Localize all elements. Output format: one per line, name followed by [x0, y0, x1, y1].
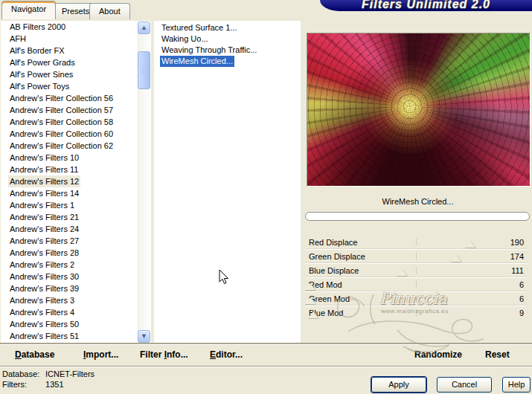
slider-thumb[interactable] [397, 269, 407, 276]
filter-item[interactable]: Waking Uo... [154, 33, 301, 45]
collection-item[interactable]: Andrew's Filter Collection 58 [1, 116, 151, 128]
slider-value: 9 [519, 306, 524, 320]
collection-item[interactable]: Alf's Power Toys [1, 80, 151, 92]
database-value: ICNET-Filters [45, 369, 94, 378]
collection-item[interactable]: Andrew's Filter Collection 60 [1, 128, 151, 140]
collection-item[interactable]: Andrew's Filter Collection 56 [1, 92, 151, 104]
collection-item[interactable]: Andrew's Filters 14 [1, 187, 151, 199]
slider-label: Blue Displace [309, 264, 359, 277]
slider-label: Red Displace [309, 236, 357, 249]
filter-info-button[interactable]: Filter Info... [140, 349, 188, 360]
collection-item[interactable]: Andrew's Filters 28 [1, 247, 151, 259]
mouse-cursor-icon [219, 269, 229, 285]
collection-item[interactable]: Andrew's Filters 3 [1, 294, 151, 306]
cancel-button[interactable]: Cancel [437, 377, 492, 393]
collection-list[interactable]: AB Filters 2000 AFH Alf's Border FX Alf'… [1, 21, 151, 343]
progress-bar [305, 212, 530, 221]
slider-value: 6 [519, 292, 524, 306]
slider-thumb[interactable] [305, 297, 315, 304]
filters-count: 1351 [45, 380, 63, 389]
collection-item[interactable]: Andrew's Filters 4 [1, 306, 151, 318]
help-button[interactable]: Help [502, 377, 531, 393]
collection-item[interactable]: Andrew's Filters 51 [1, 330, 151, 342]
apply-button[interactable]: Apply [371, 377, 426, 393]
collection-item[interactable]: Andrew's Filters 2 [1, 259, 151, 271]
collection-item[interactable]: Andrew's Filter Collection 57 [1, 104, 151, 116]
scrollbar-thumb[interactable] [138, 51, 150, 89]
collection-scrollbar[interactable]: ▲ ▼ [138, 22, 150, 343]
slider-green-mod[interactable]: Green Mod 6 [305, 291, 527, 306]
collection-item[interactable]: AB Filters 2000 [1, 21, 151, 33]
filters-unlimited-dialog: Presets About Navigator Filters Unlimite… [0, 0, 532, 394]
reset-button[interactable]: Reset [485, 349, 510, 360]
filter-preview-image [307, 33, 531, 187]
filter-list[interactable]: Textured Surface 1... Waking Uo... Weavi… [154, 21, 301, 343]
slider-label: Green Displace [309, 250, 365, 263]
tab-navigator[interactable]: Navigator [1, 1, 56, 19]
parameter-sliders: Red Displace 190 Green Displace 174 Blue… [305, 236, 527, 320]
slider-green-displace[interactable]: Green Displace 174 [305, 249, 527, 263]
slider-value: 190 [510, 236, 524, 249]
import-button[interactable]: Import... [83, 349, 118, 360]
slider-value: 111 [511, 264, 524, 277]
slider-thumb[interactable] [465, 241, 475, 248]
slider-red-displace[interactable]: Red Displace 190 [305, 236, 527, 249]
tab-about[interactable]: About [89, 3, 130, 19]
collection-item[interactable]: Andrew's Filters 1 [1, 199, 151, 211]
title-banner: Filters Unlimited 2.0 [320, 0, 532, 11]
collection-item-selected[interactable]: Andrew's Filters 12 [1, 175, 151, 187]
collection-item[interactable]: Andrew's Filters 27 [1, 235, 151, 247]
status-filters: Filters: 1351 [2, 380, 64, 389]
scroll-up-icon[interactable]: ▲ [138, 22, 150, 34]
collection-item[interactable]: Andrew's Filters 50 [1, 318, 151, 330]
collection-item[interactable]: Andrew's Filters 24 [1, 223, 151, 235]
collection-item[interactable]: Andrew's Filters 30 [1, 271, 151, 282]
collection-item[interactable]: Alf's Power Grads [1, 56, 151, 68]
collection-item[interactable]: Andrew's Filters 10 [1, 152, 151, 164]
filter-item[interactable]: Weaving Through Traffic... [154, 45, 301, 56]
editor-button[interactable]: Editor... [210, 349, 243, 360]
slider-thumb[interactable] [451, 255, 461, 262]
collection-item[interactable]: Alf's Border FX [1, 45, 151, 56]
slider-thumb[interactable] [308, 311, 318, 318]
collection-item[interactable]: AFH [1, 33, 151, 45]
collection-item[interactable]: Alf's Power Sines [1, 68, 151, 80]
divider [0, 366, 532, 367]
slider-thumb[interactable] [305, 283, 315, 290]
slider-value: 6 [519, 278, 524, 291]
collection-item[interactable]: Andrew's Filters 11 [1, 164, 151, 175]
status-database: Database: ICNET-Filters [2, 369, 94, 378]
command-bar: Database Import... Filter Info... Editor… [0, 344, 532, 366]
slider-blue-mod[interactable]: Blue Mod 9 [305, 306, 527, 320]
collection-item[interactable]: Andrew's Filters 21 [1, 211, 151, 223]
filter-item[interactable]: Textured Surface 1... [154, 22, 301, 33]
slider-red-mod[interactable]: Red Mod 6 [305, 277, 527, 291]
filter-item-selected[interactable]: WireMesh Circled... [154, 56, 301, 67]
app-title: Filters Unlimited 2.0 [320, 0, 532, 11]
collection-item[interactable]: Andrew's Filter Collection 62 [1, 140, 151, 152]
slider-value: 174 [510, 250, 524, 263]
selected-filter-name: WireMesh Circled... [307, 196, 529, 208]
randomize-button[interactable]: Randomize [414, 349, 462, 360]
collection-item[interactable]: Andrew's Filters 39 [1, 282, 151, 294]
slider-blue-displace[interactable]: Blue Displace 111 [305, 263, 527, 277]
database-button[interactable]: Database [15, 349, 54, 360]
scroll-down-icon[interactable]: ▼ [138, 330, 150, 343]
